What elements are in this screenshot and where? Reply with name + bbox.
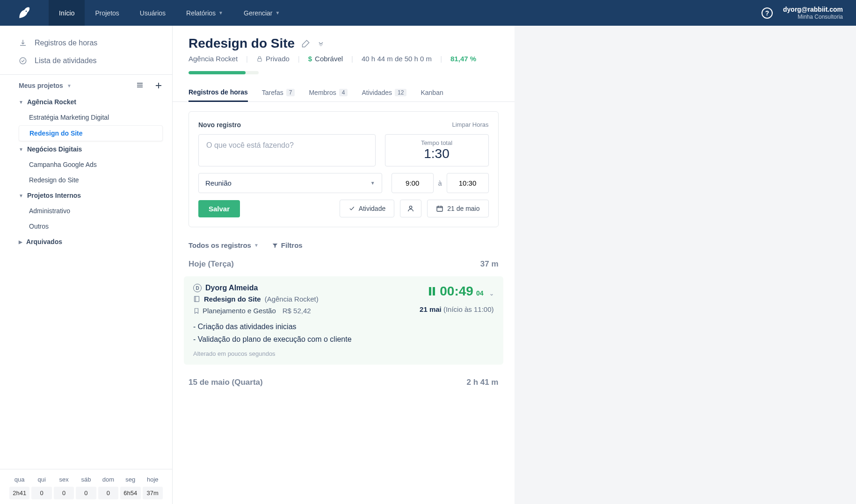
sidebar-section-header[interactable]: Meus projetos ▼ [19,81,163,90]
activity-button[interactable]: Atividade [340,200,395,217]
dollar-icon: $ [308,55,312,63]
end-time-input[interactable] [447,173,489,193]
entry-changed: Alterado em poucos segundos [193,350,420,357]
week-summary: qua qui sex sáb dom seg hoje 2h41 0 0 0 … [0,469,172,504]
clear-hours-link[interactable]: Limpar Horas [452,121,488,129]
caret-right-icon: ▶ [19,239,22,245]
timer-seconds: 04 [476,289,484,297]
sidebar-group-internos[interactable]: ▼Projetos Internos [19,188,163,203]
timer-value: 00:49 [440,284,473,299]
sidebar-link-activities[interactable]: Lista de atividades [19,52,163,70]
week-day-label: qui [30,474,52,485]
sidebar-link-timelogs[interactable]: Registros de horas [19,34,163,52]
billable-label: Cobrável [315,55,343,63]
date-button[interactable]: 21 de maio [427,200,488,217]
week-day-value[interactable]: 0 [98,487,118,499]
sidebar-group-negocios[interactable]: ▼Negócios Digitais [19,142,163,157]
progress-bar [189,71,259,74]
week-day-value[interactable]: 2h41 [9,487,29,499]
entry-task-name: Planejamento e Gestão [203,307,276,315]
week-day-label: sáb [75,474,97,485]
nav-gerenciar[interactable]: Gerenciar▼ [233,0,290,26]
help-icon[interactable]: ? [762,7,773,19]
entry-description: - Criação das atividades inicias - Valid… [193,320,420,346]
svg-rect-1 [258,58,261,61]
week-day-label: hoje [142,474,164,485]
privacy-label: Privado [266,55,290,63]
expand-icon[interactable] [317,40,325,47]
chevron-down-icon: ▼ [370,180,375,186]
chevron-down-icon: ▼ [275,10,280,15]
time-entry[interactable]: D Dyorg Almeida Redesign do Site (Agênci… [184,276,503,365]
week-day-value[interactable]: 37m [143,487,163,499]
edit-icon[interactable] [301,39,311,48]
week-day-value[interactable]: 0 [54,487,74,499]
caret-down-icon: ▼ [19,193,23,198]
check-circle-icon [19,57,28,65]
svg-point-2 [410,206,412,209]
user-button[interactable] [400,200,421,217]
filter-button[interactable]: Filtros [272,241,303,249]
save-button[interactable]: Salvar [198,200,240,217]
day-header-prev: 15 de maio (Quarta) 2 h 41 m [173,372,515,393]
sidebar: Registros de horas Lista de atividades M… [0,26,173,504]
svg-rect-3 [437,206,443,211]
sidebar-group-arquivados[interactable]: ▶Arquivados [19,234,163,249]
nav-usuarios[interactable]: Usuários [130,0,176,26]
user-menu[interactable]: dyorg@rabbiit.com Minha Consultoria [783,5,843,21]
download-icon [19,39,28,47]
tab-membros[interactable]: Membros4 [309,84,348,101]
entry-user-name: Dyorg Almeida [205,284,258,292]
entry-client-name: (Agência Rocket) [265,295,319,303]
to-label: à [438,180,442,187]
chevron-down-icon: ▼ [67,83,72,88]
pause-icon[interactable] [429,287,435,295]
filter-all-dropdown[interactable]: Todos os registros ▼ [189,241,259,249]
week-day-value[interactable]: 0 [31,487,51,499]
sidebar-group-agencia[interactable]: ▼Agência Rocket [19,94,163,109]
app-logo[interactable] [0,0,49,26]
start-time-input[interactable] [392,173,434,193]
day-header-today: Hoje (Terça) 37 m [173,254,515,274]
nav-relatorios[interactable]: Relatórios▼ [176,0,233,26]
project-tabs: Registros de horas Tarefas7 Membros4 Ati… [173,84,515,102]
sidebar-item[interactable]: Estratégia Marketing Digital [19,110,163,125]
sidebar-item[interactable]: Redesign do Site [19,173,163,187]
user-badge-icon: D [193,284,202,292]
tab-atividades[interactable]: Atividades12 [362,84,406,101]
chevron-down-icon: ▼ [218,10,223,15]
week-day-value[interactable]: 0 [76,487,96,499]
hours-summary: 40 h 44 m de 50 h 0 m [362,55,432,63]
svg-point-0 [20,58,26,64]
tab-tarefas[interactable]: Tarefas7 [262,84,295,101]
sidebar-item[interactable]: Campanha Google Ads [19,157,163,172]
total-time-box: Tempo total 1:30 [385,134,489,166]
chevron-down-icon: ▼ [254,243,259,248]
book-icon [193,295,200,302]
client-link[interactable]: Agência Rocket [189,55,238,63]
main-content: Redesign do Site Agência Rocket | Privad… [173,26,515,504]
sidebar-item[interactable]: Administrativo [19,203,163,218]
lock-icon [256,56,263,62]
nav-projetos[interactable]: Projetos [85,0,129,26]
percent-label: 81,47 % [450,55,476,63]
sidebar-item-active[interactable]: Redesign do Site [19,125,163,141]
caret-down-icon: ▼ [19,100,23,105]
add-project-icon[interactable] [154,81,163,90]
entry-cost: R$ 52,42 [283,307,311,315]
task-select[interactable]: Reunião ▼ [198,173,382,193]
bookmark-icon [193,308,200,314]
tab-registros[interactable]: Registros de horas [189,84,248,102]
list-icon[interactable] [136,81,144,90]
sidebar-item[interactable]: Outros [19,219,163,234]
week-day-value[interactable]: 6h54 [120,487,140,499]
entry-project-name: Redesign do Site [204,295,261,303]
tab-kanban[interactable]: Kanban [421,84,443,101]
nav-inicio[interactable]: Início [49,0,85,26]
project-title: Redesign do Site [189,36,295,51]
week-day-label: dom [97,474,119,485]
chevron-down-icon[interactable]: ⌄ [489,290,494,297]
new-entry-card: Novo registro Limpar Horas Tempo total 1… [189,111,499,227]
svg-rect-4 [195,296,199,302]
description-input[interactable] [198,134,376,166]
